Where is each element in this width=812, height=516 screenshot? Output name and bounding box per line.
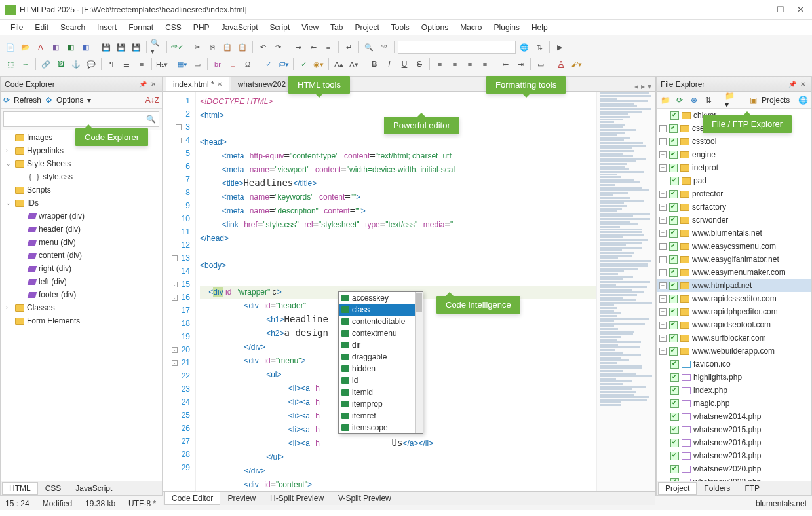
menu-plugins[interactable]: Plugins bbox=[489, 22, 525, 33]
menu-css[interactable]: CSS bbox=[160, 22, 187, 33]
tree-item[interactable]: content (div) bbox=[1, 249, 162, 262]
html-file-icon[interactable]: A bbox=[34, 41, 47, 54]
menu-tools[interactable]: Tools bbox=[386, 22, 415, 33]
menu-insert[interactable]: Insert bbox=[92, 22, 122, 33]
tree-item[interactable]: Form Elements bbox=[1, 314, 162, 327]
file-item[interactable]: +inetprot bbox=[657, 161, 811, 174]
php-file-icon[interactable]: ◧ bbox=[49, 41, 62, 54]
tab-whatsnew202[interactable]: whatsnew202 bbox=[231, 77, 293, 91]
spellcheck-icon[interactable]: ᴬᴮ✓ bbox=[170, 41, 184, 54]
file-item[interactable]: whatsnew2015.php bbox=[657, 423, 811, 436]
menu-tab[interactable]: Tab bbox=[325, 22, 348, 33]
copy-icon[interactable]: ⎘ bbox=[206, 41, 219, 54]
file-item[interactable]: whatsnew2016.php bbox=[657, 436, 811, 449]
paragraph-icon[interactable]: ¶ bbox=[105, 58, 118, 71]
refresh-label[interactable]: Refresh bbox=[14, 96, 41, 105]
menu-search[interactable]: Search bbox=[55, 22, 90, 33]
div-icon[interactable]: ▭ bbox=[534, 58, 547, 71]
file-item[interactable]: +csstool bbox=[657, 135, 811, 148]
bottom-tab-code-editor[interactable]: Code Editor bbox=[164, 492, 220, 505]
underline-icon[interactable]: U bbox=[398, 58, 411, 71]
file-item[interactable]: favicon.ico bbox=[657, 358, 811, 371]
autocomplete-item[interactable]: contextmenu bbox=[339, 327, 423, 339]
scrollbar[interactable] bbox=[415, 292, 423, 433]
indent-right-icon[interactable]: ⇥ bbox=[514, 58, 527, 71]
autocomplete-item[interactable]: itemprop bbox=[339, 398, 423, 410]
bottom-tab-css[interactable]: CSS bbox=[38, 482, 69, 495]
minimize-button[interactable]: — bbox=[757, 6, 765, 14]
image-icon[interactable]: 🖼 bbox=[54, 58, 68, 71]
file-item[interactable]: +www.blumentals.net bbox=[657, 227, 811, 240]
file-item[interactable]: +scrwonder bbox=[657, 213, 811, 227]
cut-icon[interactable]: ✂ bbox=[191, 41, 204, 54]
tree-item[interactable]: ›Hyperlinks bbox=[1, 144, 162, 157]
save-as-icon[interactable]: 💾 bbox=[130, 41, 143, 54]
align-center-icon[interactable]: ≡ bbox=[448, 58, 461, 71]
run-icon[interactable]: ▶ bbox=[553, 41, 566, 54]
align-justify-icon[interactable]: ≡ bbox=[478, 58, 492, 71]
projects-label[interactable]: Projects bbox=[762, 96, 790, 105]
tab-index-html-[interactable]: index.html *✕ bbox=[166, 77, 229, 91]
expand-icon[interactable]: + bbox=[659, 348, 667, 355]
strike-icon[interactable]: S bbox=[413, 58, 426, 71]
expand-icon[interactable]: + bbox=[659, 164, 667, 172]
outdent-icon[interactable]: ⇤ bbox=[307, 41, 320, 54]
expand-icon[interactable]: + bbox=[659, 256, 667, 263]
close-tab-icon[interactable]: ✕ bbox=[217, 81, 222, 88]
color-picker-icon[interactable]: ◉▾ bbox=[312, 58, 325, 71]
refresh-icon[interactable]: ⟳ bbox=[3, 96, 10, 105]
file-item[interactable]: +www.webuilderapp.com bbox=[657, 344, 811, 358]
code-explorer-search[interactable]: 🔍 bbox=[3, 111, 159, 127]
font-color-icon[interactable]: A bbox=[554, 58, 568, 71]
ul-icon[interactable]: ☰ bbox=[120, 58, 133, 71]
font-size-up-icon[interactable]: A▴ bbox=[332, 58, 345, 71]
bottom-tab-html[interactable]: HTML bbox=[2, 482, 38, 495]
file-item[interactable]: index.php bbox=[657, 384, 811, 397]
validate-icon[interactable]: ✓ bbox=[261, 58, 275, 71]
file-item[interactable]: +scrfactory bbox=[657, 200, 811, 213]
close-panel-icon[interactable]: ✕ bbox=[151, 81, 156, 88]
structure-icon[interactable]: ⬚ bbox=[4, 58, 17, 71]
tree-item[interactable]: ›Classes bbox=[1, 301, 162, 314]
align-right-icon[interactable]: ≡ bbox=[463, 58, 476, 71]
format-icon[interactable]: ≡ bbox=[322, 41, 335, 54]
file-item[interactable]: whatsnew2014.php bbox=[657, 410, 811, 423]
link-icon[interactable]: 🔗 bbox=[39, 58, 52, 71]
autocomplete-item[interactable]: id bbox=[339, 375, 423, 386]
gear-icon[interactable]: ⚙ bbox=[45, 96, 52, 105]
expand-icon[interactable]: + bbox=[659, 217, 667, 224]
bold-icon[interactable]: B bbox=[368, 58, 381, 71]
file-item[interactable]: +www.easycssmenu.com bbox=[657, 240, 811, 253]
menu-macro[interactable]: Macro bbox=[455, 22, 487, 33]
tree-item[interactable]: style.css bbox=[1, 170, 162, 183]
file-item[interactable]: +www.easygifanimator.net bbox=[657, 253, 811, 266]
autocomplete-item[interactable]: itemscope bbox=[339, 422, 423, 433]
tree-item[interactable]: ⌄Style Sheets bbox=[1, 157, 162, 170]
comment-icon[interactable]: 💬 bbox=[85, 58, 98, 71]
entity-icon[interactable]: Ω bbox=[241, 58, 254, 71]
expand-icon[interactable]: + bbox=[659, 125, 667, 132]
globe-icon[interactable]: 🌐 bbox=[797, 94, 809, 106]
expand-icon[interactable]: + bbox=[659, 335, 667, 342]
save-icon[interactable]: 💾 bbox=[100, 41, 113, 54]
file-item[interactable]: whatsnew2018.php bbox=[657, 449, 811, 462]
autocomplete-item[interactable]: accesskey bbox=[339, 292, 423, 304]
minimap[interactable] bbox=[596, 92, 655, 491]
pin-icon[interactable]: 📌 bbox=[139, 81, 147, 88]
file-item[interactable]: whatsnew2022.php bbox=[657, 475, 811, 481]
autocomplete-item[interactable]: hidden bbox=[339, 363, 423, 375]
indent-icon[interactable]: ⇥ bbox=[292, 41, 305, 54]
new-file-icon[interactable]: 📄 bbox=[4, 41, 17, 54]
paste-icon[interactable]: 📋 bbox=[221, 41, 234, 54]
menu-edit[interactable]: Edit bbox=[29, 22, 54, 33]
bottom-tab-ftp[interactable]: FTP bbox=[737, 482, 767, 495]
tag-icon[interactable]: 🏷▾ bbox=[277, 58, 290, 71]
expand-icon[interactable]: + bbox=[659, 230, 667, 237]
save-all-icon[interactable]: 💾 bbox=[115, 41, 128, 54]
close-button[interactable]: ✕ bbox=[796, 6, 804, 14]
bottom-tab-h-split-preview[interactable]: H-Split Preview bbox=[263, 492, 331, 505]
tree-item[interactable]: footer (div) bbox=[1, 288, 162, 301]
folder-up-icon[interactable]: 📁 bbox=[659, 94, 671, 106]
search-input[interactable] bbox=[7, 115, 146, 124]
menu-script[interactable]: Script bbox=[265, 22, 296, 33]
